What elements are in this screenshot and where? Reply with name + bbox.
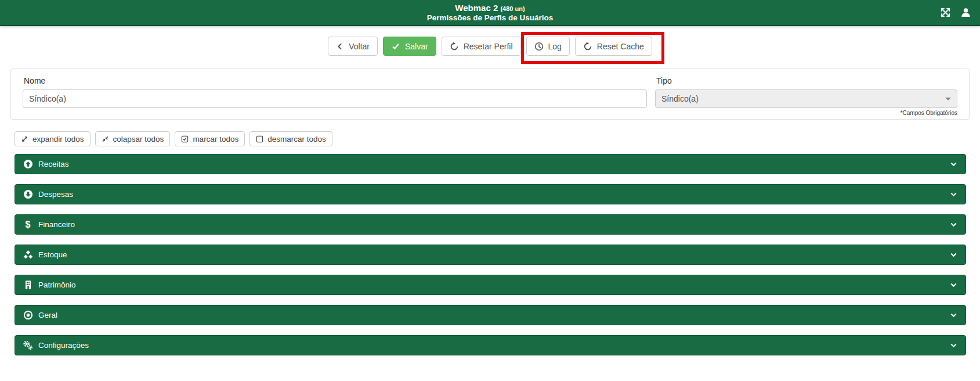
cubes-icon	[23, 250, 33, 260]
page-title: Permissões de Perfis de Usuários	[427, 13, 554, 23]
voltar-label: Voltar	[349, 42, 370, 51]
accordion-section-financeiro[interactable]: $ Financeiro	[15, 214, 966, 235]
dot-circle-icon	[23, 310, 33, 320]
colapsar-todos-button[interactable]: colapsar todos	[95, 131, 171, 146]
arrow-circle-down-icon	[23, 189, 33, 199]
nome-input[interactable]	[23, 89, 647, 108]
accordion-section-geral[interactable]: Geral	[15, 305, 966, 325]
check-icon	[391, 42, 400, 51]
nome-label: Nome	[24, 76, 647, 85]
gears-icon	[23, 340, 33, 350]
required-fields-note: *Campos Obrigatórios	[23, 110, 957, 116]
chevron-down-icon	[949, 341, 958, 350]
profile-form-panel: Nome Tipo Síndico(a) *Campos Obrigatório…	[10, 69, 970, 120]
accordion-label: Receitas	[38, 160, 69, 168]
reset-cache-button[interactable]: Reset Cache	[575, 37, 652, 56]
dollar-icon: $	[26, 220, 31, 229]
log-button[interactable]: Log	[526, 37, 570, 56]
expandir-todos-button[interactable]: expandir todos	[15, 131, 91, 146]
chevron-down-icon	[949, 250, 958, 259]
log-label: Log	[548, 42, 562, 51]
building-icon	[23, 280, 33, 290]
empty-square-icon	[256, 135, 263, 143]
nome-field-group: Nome	[23, 74, 647, 108]
toolbar: Voltar Salvar Resetar Perfil Log Rese	[0, 37, 980, 56]
accordion-label: Despesas	[38, 190, 73, 199]
refresh-icon	[583, 42, 592, 51]
desmarcar-todos-label: desmarcar todos	[267, 135, 326, 143]
tipo-selected-value: Síndico(a)	[661, 94, 699, 103]
resetar-perfil-button[interactable]: Resetar Perfil	[442, 37, 521, 56]
chevron-down-icon	[949, 281, 958, 289]
accordion-section-configuracoes[interactable]: Configurações	[15, 335, 966, 355]
expand-arrows-icon	[21, 135, 28, 143]
bulk-actions: expandir todos colapsar todos marcar tod…	[15, 131, 966, 146]
header-actions	[940, 0, 971, 25]
accordion-section-despesas[interactable]: Despesas	[15, 184, 966, 204]
salvar-button[interactable]: Salvar	[383, 37, 436, 56]
refresh-icon	[450, 42, 459, 51]
tipo-field-group: Tipo Síndico(a)	[655, 74, 957, 108]
arrow-circle-up-icon	[23, 159, 33, 169]
chevron-down-icon	[949, 220, 958, 229]
resetar-perfil-label: Resetar Perfil	[464, 42, 513, 51]
app-title-text: Webmac 2	[455, 3, 498, 13]
accordion-label: Configurações	[38, 341, 89, 350]
permissions-accordion: Receitas Despesas $ Financeiro	[15, 154, 966, 355]
tipo-select[interactable]: Síndico(a)	[655, 89, 957, 108]
chevron-down-icon	[949, 311, 958, 319]
highlighted-buttons-group: Log Reset Cache	[526, 37, 652, 56]
voltar-button[interactable]: Voltar	[328, 37, 378, 56]
clock-icon	[534, 42, 544, 51]
accordion-label: Geral	[38, 311, 57, 319]
accordion-section-receitas[interactable]: Receitas	[15, 154, 966, 174]
marcar-todos-button[interactable]: marcar todos	[175, 131, 245, 146]
fullscreen-icon[interactable]	[940, 7, 951, 18]
checked-square-icon	[181, 135, 189, 143]
desmarcar-todos-button[interactable]: desmarcar todos	[249, 131, 332, 146]
accordion-section-estoque[interactable]: Estoque	[15, 245, 966, 265]
app-header: Webmac 2 (480 un) Permissões de Perfis d…	[0, 0, 980, 26]
user-icon[interactable]	[960, 7, 971, 18]
app-title: Webmac 2 (480 un)	[455, 2, 525, 14]
colapsar-todos-label: colapsar todos	[113, 135, 164, 143]
chevron-down-icon	[949, 190, 958, 199]
collapse-arrows-icon	[102, 135, 109, 143]
salvar-label: Salvar	[405, 42, 428, 51]
accordion-section-patrimonio[interactable]: Patrimônio	[15, 275, 966, 295]
unit-count: (480 un)	[500, 5, 525, 12]
chevron-left-icon	[336, 42, 344, 51]
caret-down-icon	[945, 98, 951, 100]
marcar-todos-label: marcar todos	[193, 135, 238, 143]
tipo-label: Tipo	[656, 76, 957, 85]
accordion-label: Patrimônio	[38, 281, 76, 289]
expandir-todos-label: expandir todos	[32, 135, 84, 143]
reset-cache-label: Reset Cache	[597, 42, 644, 51]
chevron-down-icon	[949, 160, 958, 168]
accordion-label: Financeiro	[38, 220, 75, 229]
accordion-label: Estoque	[38, 250, 67, 259]
